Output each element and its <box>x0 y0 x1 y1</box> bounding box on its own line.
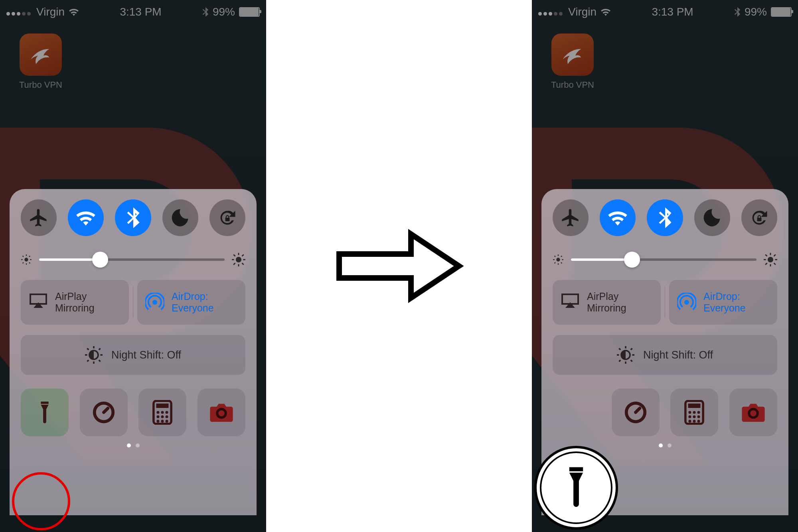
svg-line-14 <box>233 254 235 256</box>
battery-pct-label: 99% <box>213 6 235 18</box>
night-shift-button[interactable]: Night Shift: Off <box>21 335 245 375</box>
night-shift-button[interactable]: Night Shift: Off <box>553 335 777 375</box>
airplay-l1: AirPlay <box>587 291 626 302</box>
svg-line-26 <box>87 360 89 362</box>
svg-point-39 <box>166 420 168 423</box>
svg-line-6 <box>29 262 30 263</box>
svg-line-27 <box>99 349 101 350</box>
battery-icon <box>771 7 792 17</box>
svg-line-46 <box>555 256 555 257</box>
svg-rect-30 <box>156 404 169 408</box>
svg-point-72 <box>689 411 691 414</box>
airdrop-button[interactable]: AirDrop:Everyone <box>669 280 777 325</box>
rotation-lock-toggle[interactable] <box>741 199 777 236</box>
svg-line-67 <box>619 360 620 362</box>
svg-line-55 <box>765 254 767 256</box>
signal-dots-icon <box>538 6 564 18</box>
airdrop-l2: Everyone <box>703 302 746 314</box>
control-center[interactable]: AirPlayMirroring AirDrop:Everyone Night … <box>10 189 257 515</box>
svg-line-17 <box>242 254 244 256</box>
svg-point-36 <box>166 416 168 418</box>
rotation-lock-toggle[interactable] <box>209 199 245 236</box>
brightness-slider[interactable] <box>553 253 777 266</box>
wifi-toggle[interactable] <box>600 199 636 236</box>
flashlight-icon <box>558 466 595 510</box>
bluetooth-toggle[interactable] <box>115 199 151 236</box>
carrier-label: Virgin <box>36 6 65 18</box>
airplay-icon <box>561 293 580 312</box>
wifi-status-icon <box>600 8 611 16</box>
svg-point-50 <box>768 257 773 262</box>
svg-point-78 <box>689 420 691 423</box>
svg-line-66 <box>631 360 632 362</box>
turbo-vpn-icon <box>551 33 594 76</box>
calculator-button[interactable] <box>138 388 186 436</box>
svg-point-77 <box>697 416 700 418</box>
timer-button[interactable] <box>612 388 660 436</box>
app-turbo-vpn[interactable]: Turbo VPN <box>549 33 596 90</box>
svg-line-5 <box>23 256 24 257</box>
bluetooth-status-icon <box>202 7 209 17</box>
svg-point-41 <box>556 258 560 261</box>
dnd-toggle[interactable] <box>694 199 730 236</box>
card-divider <box>133 286 133 318</box>
flashlight-button[interactable] <box>21 388 69 436</box>
toggle-row <box>21 199 245 236</box>
airdrop-icon <box>145 293 164 312</box>
calculator-button[interactable] <box>670 388 718 436</box>
wifi-toggle[interactable] <box>68 199 104 236</box>
airplane-toggle[interactable] <box>553 199 589 236</box>
phone-right: Virgin 3:13 PM 99% Turbo VPN <box>532 0 798 532</box>
airdrop-button[interactable]: AirDrop:Everyone <box>137 280 245 325</box>
airplay-button[interactable]: AirPlayMirroring <box>21 280 129 325</box>
airplay-button[interactable]: AirPlayMirroring <box>553 280 661 325</box>
airplay-icon <box>29 293 48 312</box>
turbo-vpn-icon <box>20 33 62 76</box>
bluetooth-status-icon <box>734 7 741 17</box>
svg-line-25 <box>99 360 101 362</box>
brightness-low-icon <box>21 254 32 265</box>
night-shift-icon <box>617 346 634 364</box>
svg-point-18 <box>152 300 157 305</box>
brightness-thumb[interactable] <box>624 252 640 268</box>
svg-line-16 <box>233 263 235 265</box>
svg-point-31 <box>157 411 160 414</box>
brightness-low-icon <box>553 254 564 265</box>
dnd-toggle[interactable] <box>162 199 198 236</box>
svg-line-8 <box>29 256 30 257</box>
airdrop-icon <box>677 293 696 312</box>
airdrop-l1: AirDrop: <box>172 291 214 302</box>
brightness-track[interactable] <box>571 258 757 261</box>
flashlight-3dtouch-pop[interactable] <box>534 446 618 530</box>
svg-point-32 <box>161 411 164 414</box>
brightness-track[interactable] <box>39 258 225 261</box>
svg-point-37 <box>157 420 160 423</box>
brightness-thumb[interactable] <box>92 252 108 268</box>
camera-button[interactable] <box>729 388 777 436</box>
svg-point-74 <box>697 411 700 414</box>
brightness-slider[interactable] <box>21 253 245 266</box>
phone-left: Virgin 3:13 PM 99% Turbo VPN <box>0 0 266 532</box>
card-divider <box>665 286 665 318</box>
page-dots <box>21 443 245 447</box>
status-bar: Virgin 3:13 PM 99% <box>0 0 266 24</box>
svg-point-9 <box>236 257 241 262</box>
camera-button[interactable] <box>198 388 245 436</box>
app-label: Turbo VPN <box>551 80 594 90</box>
svg-line-24 <box>87 349 89 350</box>
timer-button[interactable] <box>80 388 128 436</box>
clock-label: 3:13 PM <box>120 6 161 18</box>
night-shift-label: Night Shift: Off <box>643 349 713 361</box>
airplane-toggle[interactable] <box>21 199 57 236</box>
svg-point-76 <box>693 416 696 418</box>
brightness-high-icon <box>232 253 245 266</box>
toggle-row <box>553 199 777 236</box>
night-shift-icon <box>85 346 103 364</box>
svg-point-80 <box>697 420 700 423</box>
bluetooth-toggle[interactable] <box>647 199 683 236</box>
app-turbo-vpn[interactable]: Turbo VPN <box>18 33 64 90</box>
svg-point-75 <box>689 416 691 418</box>
svg-point-73 <box>693 411 696 414</box>
svg-line-56 <box>774 263 776 265</box>
brightness-high-icon <box>764 253 777 266</box>
